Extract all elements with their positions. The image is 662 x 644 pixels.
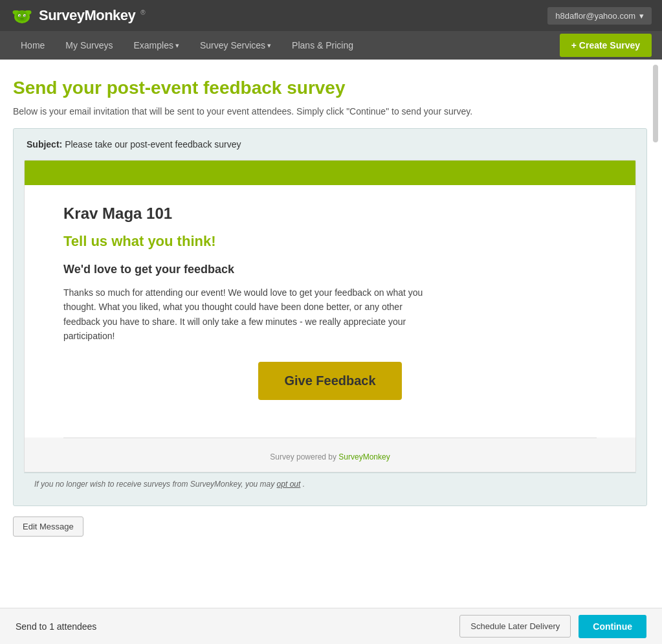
email-tagline: Tell us what you think! bbox=[63, 233, 597, 250]
subject-label: Subject: bbox=[27, 139, 62, 150]
unsubscribe-bar: If you no longer wish to receive surveys… bbox=[24, 472, 636, 495]
email-event-title: Krav Maga 101 bbox=[63, 205, 597, 223]
email-body-text: Thanks so much for attending our event! … bbox=[63, 285, 426, 344]
svg-point-6 bbox=[19, 16, 21, 17]
svg-point-7 bbox=[25, 16, 26, 17]
email-footer: Survey powered by SurveyMonkey bbox=[25, 447, 635, 472]
svg-point-8 bbox=[20, 18, 24, 20]
email-header-bar bbox=[25, 161, 635, 185]
nav-links: Home My Surveys Examples Survey Services… bbox=[10, 31, 364, 60]
header-top: SurveyMonkey ® h8daflor@yahoo.com ▾ bbox=[0, 0, 662, 31]
logo-text: SurveyMonkey bbox=[39, 7, 135, 24]
email-body: Krav Maga 101 Tell us what you think! We… bbox=[24, 160, 636, 472]
subject-line: Subject: Please take our post-event feed… bbox=[24, 139, 636, 150]
user-menu-arrow: ▾ bbox=[639, 11, 644, 21]
surveymonkey-link[interactable]: SurveyMonkey bbox=[338, 452, 390, 461]
nav-bar: Home My Surveys Examples Survey Services… bbox=[0, 31, 662, 60]
nav-survey-services[interactable]: Survey Services bbox=[190, 31, 281, 60]
scroll-indicator bbox=[653, 65, 658, 142]
give-feedback-button[interactable]: Give Feedback bbox=[258, 362, 401, 400]
svg-point-9 bbox=[13, 10, 17, 14]
page-title: Send your post-event feedback survey bbox=[13, 78, 647, 98]
nav-my-surveys[interactable]: My Surveys bbox=[55, 31, 123, 60]
logo-icon bbox=[10, 4, 34, 27]
email-divider bbox=[63, 438, 597, 438]
opt-out-link[interactable]: opt out bbox=[277, 480, 301, 489]
logo-area: SurveyMonkey ® bbox=[10, 4, 146, 27]
nav-plans-pricing[interactable]: Plans & Pricing bbox=[281, 31, 364, 60]
email-body-title: We'd love to get your feedback bbox=[63, 263, 597, 276]
footer-prefix: Survey powered by bbox=[270, 452, 338, 461]
main-content: Send your post-event feedback survey Bel… bbox=[0, 60, 660, 588]
edit-message-button[interactable]: Edit Message bbox=[13, 516, 83, 537]
nav-home[interactable]: Home bbox=[10, 31, 55, 60]
unsubscribe-text: If you no longer wish to receive surveys… bbox=[34, 480, 277, 489]
user-menu-button[interactable]: h8daflor@yahoo.com ▾ bbox=[547, 7, 652, 25]
email-content: Krav Maga 101 Tell us what you think! We… bbox=[25, 185, 635, 438]
svg-point-3 bbox=[16, 11, 28, 21]
subject-text: Please take our post-event feedback surv… bbox=[65, 139, 241, 150]
unsubscribe-suffix: . bbox=[303, 480, 305, 489]
page-subtitle: Below is your email invitation that will… bbox=[13, 106, 647, 117]
nav-examples[interactable]: Examples bbox=[123, 31, 189, 60]
user-email: h8daflor@yahoo.com bbox=[555, 11, 635, 21]
email-preview-wrapper: Subject: Please take our post-event feed… bbox=[13, 128, 647, 506]
create-survey-button[interactable]: + Create Survey bbox=[560, 34, 652, 57]
svg-point-10 bbox=[27, 10, 32, 14]
